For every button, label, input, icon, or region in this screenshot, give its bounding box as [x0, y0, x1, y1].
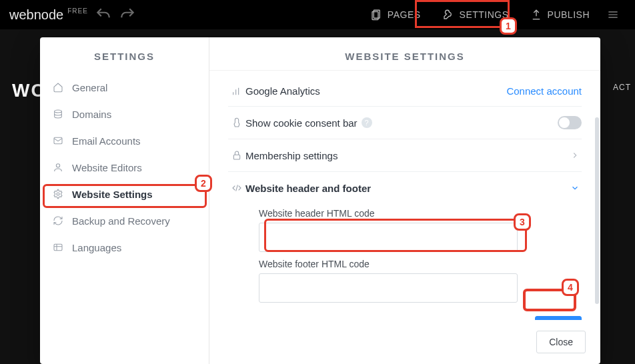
sidebar-item-label: General — [72, 82, 107, 93]
mail-icon — [52, 135, 64, 147]
row-label: Show cookie consent bar — [245, 117, 358, 129]
settings-main: WEBSITE SETTINGS Google Analytics Connec… — [209, 37, 600, 364]
connect-account-link[interactable]: Connect account — [506, 85, 582, 97]
annotation-badge-1: 1 — [500, 17, 517, 35]
redo-icon[interactable] — [119, 6, 136, 23]
brand-tier-badge: FREE — [67, 7, 88, 15]
code-icon — [228, 183, 245, 193]
svg-rect-3 — [54, 137, 62, 143]
svg-rect-6 — [54, 244, 62, 250]
svg-point-2 — [55, 110, 62, 113]
svg-rect-7 — [233, 155, 239, 159]
sidebar-item-email[interactable]: Email Accounts — [40, 127, 209, 154]
cookie-consent-toggle[interactable] — [558, 116, 582, 129]
stack-icon — [52, 108, 64, 120]
sidebar-item-editors[interactable]: Website Editors — [40, 154, 209, 181]
sidebar-item-backup[interactable]: Backup and Recovery — [40, 207, 209, 234]
sidebar-item-website-settings[interactable]: Website Settings — [40, 181, 209, 207]
row-google-analytics: Google Analytics Connect account — [228, 76, 582, 107]
sidebar-item-domains[interactable]: Domains — [40, 101, 209, 127]
brand-logo: webnode — [9, 7, 63, 23]
header-code-input[interactable] — [259, 223, 518, 252]
close-button[interactable]: Close — [536, 331, 586, 353]
menu-button[interactable] — [600, 8, 626, 21]
undo-icon[interactable] — [95, 6, 112, 23]
main-title: WEBSITE SETTINGS — [209, 37, 600, 71]
row-label: Website header and footer — [245, 183, 371, 194]
sidebar-item-label: Domains — [72, 109, 111, 120]
row-cookie-consent: Show cookie consent bar ? — [228, 107, 582, 139]
globe-icon — [52, 241, 64, 253]
cookie-icon — [228, 117, 245, 128]
row-label: Google Analytics — [245, 85, 320, 97]
sidebar-item-label: Backup and Recovery — [72, 215, 170, 227]
modal-actions: Close — [209, 320, 600, 364]
scrollbar[interactable] — [595, 117, 599, 304]
svg-point-4 — [56, 164, 59, 167]
topnav-publish[interactable]: PUBLISH — [520, 2, 600, 27]
help-icon[interactable]: ? — [362, 117, 372, 128]
sidebar-title: SETTINGS — [40, 37, 209, 74]
home-icon — [52, 81, 64, 93]
sidebar-item-general[interactable]: General — [40, 74, 209, 101]
hamburger-icon — [606, 8, 620, 21]
upload-icon — [530, 9, 542, 21]
top-bar: webnode FREE PAGES SETTINGS PUBLISH — [0, 0, 635, 29]
chevron-down-icon — [568, 181, 582, 195]
row-membership[interactable]: Membership settings — [228, 139, 582, 172]
sidebar-item-label: Email Accounts — [72, 135, 141, 147]
wrench-icon — [442, 9, 454, 21]
settings-sidebar: SETTINGS General Domains Email Accounts … — [40, 37, 209, 364]
topnav-pages[interactable]: PAGES — [360, 2, 432, 27]
chevron-right-icon — [568, 149, 582, 162]
analytics-icon — [228, 86, 245, 97]
annotation-badge-3: 3 — [514, 213, 531, 231]
gear-icon — [52, 188, 64, 200]
sidebar-item-languages[interactable]: Languages — [40, 234, 209, 261]
footer-code-label: Website footer HTML code — [259, 259, 582, 269]
row-label: Membership settings — [245, 150, 338, 161]
sidebar-item-label: Website Editors — [72, 162, 142, 173]
user-icon — [52, 161, 64, 173]
settings-modal: SETTINGS General Domains Email Accounts … — [40, 37, 600, 364]
sidebar-item-label: Website Settings — [72, 189, 153, 200]
annotation-badge-2: 2 — [195, 175, 212, 192]
refresh-icon — [52, 215, 64, 227]
pages-icon — [370, 9, 382, 21]
topnav-pages-label: PAGES — [388, 9, 421, 20]
header-code-label: Website header HTML code — [259, 208, 582, 219]
sidebar-item-label: Languages — [72, 242, 121, 253]
annotation-badge-4: 4 — [562, 279, 579, 296]
background-text-right: ACT — [613, 83, 631, 92]
row-header-footer[interactable]: Website header and footer — [228, 172, 582, 199]
topnav-publish-label: PUBLISH — [548, 9, 590, 20]
settings-content: Google Analytics Connect account Show co… — [209, 71, 600, 320]
lock-icon — [228, 150, 245, 161]
footer-code-input[interactable] — [259, 273, 518, 303]
svg-point-5 — [57, 193, 59, 195]
